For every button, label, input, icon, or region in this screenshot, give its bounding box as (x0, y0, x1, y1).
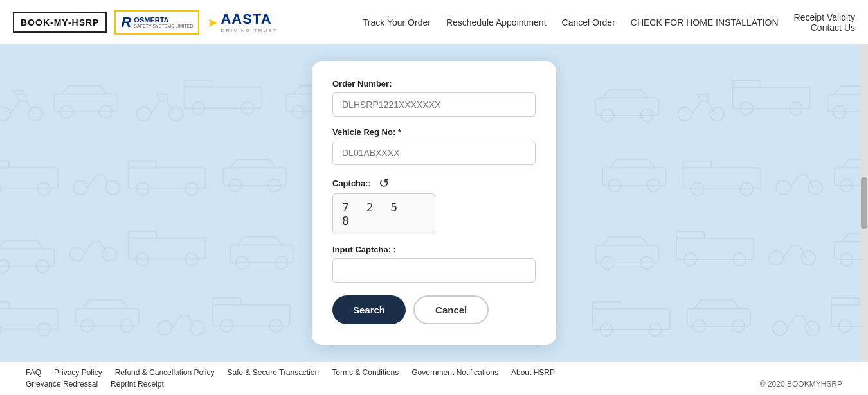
logo-rosmerta-r: R (121, 14, 131, 31)
footer-link[interactable]: FAQ (26, 368, 41, 377)
vehicle-reg-label: Vehicle Reg No: * (332, 127, 536, 137)
footer-link[interactable]: Privacy Policy (54, 368, 102, 377)
footer-link[interactable]: Grievance Redressal (26, 380, 98, 389)
main-nav: Track Your Order Reschedule Appointment … (363, 12, 855, 33)
input-captcha-group: Input Captcha: : (332, 245, 536, 283)
order-search-card: Order Number: Vehicle Reg No: * Captcha:… (312, 61, 556, 345)
footer-link[interactable]: Safe & Secure Transaction (227, 368, 319, 377)
logo-bookmyhsrp[interactable]: BOOK-MY-HSRP (13, 12, 107, 33)
footer-link[interactable]: About HSRP (511, 368, 555, 377)
copyright: © 2020 BOOKMYHSRP (760, 380, 842, 389)
footer-row-2: Grievance RedressalReprint Receipt (26, 380, 693, 389)
logo-rosmerta[interactable]: R OSMERTA SAFETY SYSTEMS LIMITED (114, 10, 199, 35)
footer-links: FAQPrivacy PolicyRefund & Cancellation P… (26, 368, 693, 389)
nav-cancel-order[interactable]: Cancel Order (562, 17, 615, 28)
nav-check-home[interactable]: CHECK FOR HOME INSTALLATION (631, 17, 779, 28)
order-number-input[interactable] (332, 92, 536, 117)
logo-rosmerta-sub: SAFETY SYSTEMS LIMITED (134, 24, 193, 28)
scrollbar-thumb[interactable] (861, 177, 867, 229)
logo-aasta-sub: DRIVING TRUST (221, 28, 277, 33)
refresh-captcha-icon[interactable]: ↺ (379, 175, 390, 191)
footer-row-1: FAQPrivacy PolicyRefund & Cancellation P… (26, 368, 693, 377)
nav-contact-us[interactable]: Contact Us (811, 22, 855, 33)
cancel-button[interactable]: Cancel (413, 295, 489, 324)
input-captcha-label: Input Captcha: : (332, 245, 536, 254)
footer-link[interactable]: Refund & Cancellation Policy (115, 368, 215, 377)
header: BOOK-MY-HSRP R OSMERTA SAFETY SYSTEMS LI… (0, 0, 868, 45)
logos: BOOK-MY-HSRP R OSMERTA SAFETY SYSTEMS LI… (13, 10, 277, 35)
captcha-display: 7 2 5 8 (332, 193, 435, 234)
form-buttons: Search Cancel (332, 295, 536, 324)
nav-reschedule[interactable]: Reschedule Appointment (446, 17, 547, 28)
footer-link[interactable]: Reprint Receipt (111, 380, 164, 389)
nav-receipt-validity[interactable]: Receipt Validity (794, 12, 855, 22)
captcha-group: Captcha:: ↺ 7 2 5 8 (332, 175, 536, 234)
logo-aasta[interactable]: ➤ AASTA DRIVING TRUST (207, 11, 277, 33)
footer: FAQPrivacy PolicyRefund & Cancellation P… (0, 361, 868, 395)
order-number-label: Order Number: (332, 79, 536, 89)
footer-link[interactable]: Government Notifications (411, 368, 498, 377)
nav-track-order[interactable]: Track Your Order (363, 17, 431, 28)
nav-receipt-contact: Receipt Validity Contact Us (794, 12, 855, 33)
vehicle-reg-group: Vehicle Reg No: * (332, 127, 536, 165)
logo-aasta-text: AASTA (221, 11, 271, 27)
search-button[interactable]: Search (332, 295, 406, 324)
aasta-arrow-icon: ➤ (207, 15, 218, 30)
captcha-input[interactable] (332, 258, 536, 283)
footer-link[interactable]: Terms & Conditions (332, 368, 399, 377)
main-area: Order Number: Vehicle Reg No: * Captcha:… (0, 45, 868, 361)
logo-rosmerta-name: OSMERTA (134, 16, 193, 24)
captcha-label: Captcha:: (332, 179, 371, 188)
order-number-group: Order Number: (332, 79, 536, 117)
scrollbar[interactable] (860, 45, 868, 361)
vehicle-reg-input[interactable] (332, 141, 536, 165)
